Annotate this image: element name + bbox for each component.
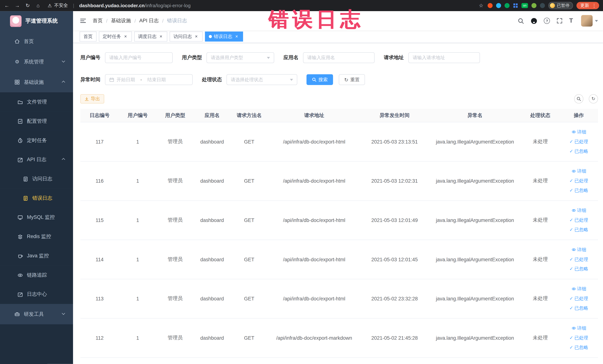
- back-icon[interactable]: ←: [4, 3, 10, 9]
- app-name-field[interactable]: [303, 52, 375, 63]
- extension-on-badge[interactable]: on: [522, 3, 528, 8]
- user-menu[interactable]: [581, 15, 598, 26]
- sidebar-item-log-center[interactable]: 日志中心: [0, 285, 73, 304]
- extension-icon[interactable]: [505, 3, 510, 8]
- tab-error-log[interactable]: 错误日志 ×: [205, 32, 243, 42]
- ignored-link[interactable]: ✓已忽略: [560, 186, 598, 195]
- tab-scheduled-tasks[interactable]: 定时任务 ×: [99, 32, 132, 42]
- tab-home[interactable]: 首页: [80, 32, 96, 42]
- site-security[interactable]: ⚠ 不安全: [48, 2, 68, 9]
- help-icon[interactable]: ?: [544, 18, 550, 24]
- date-range-picker[interactable]: 开始日期 - 结束日期: [105, 74, 193, 85]
- sidebar-item-dev-tools[interactable]: 研发工具: [0, 304, 73, 324]
- fullscreen-icon[interactable]: [557, 18, 563, 24]
- breadcrumb-item[interactable]: API 日志: [139, 17, 159, 24]
- process-status-select[interactable]: [227, 74, 297, 85]
- tab-access-log[interactable]: 访问日志 ×: [170, 32, 203, 42]
- address-bar[interactable]: dashboard.yudao.iocoder.cn/infra/log/api…: [79, 3, 191, 8]
- sidebar-item-file-management[interactable]: 文件管理: [0, 92, 73, 112]
- extension-icon[interactable]: [532, 3, 536, 8]
- search-button[interactable]: 搜索: [306, 74, 333, 85]
- app-name-input[interactable]: [307, 55, 370, 60]
- sidebar-item-redis-monitor[interactable]: Redis 监控: [0, 227, 73, 246]
- request-url-field[interactable]: [408, 52, 480, 63]
- update-button[interactable]: 更新 ⋮: [577, 2, 599, 9]
- export-button[interactable]: 导出: [81, 94, 104, 104]
- ignored-link[interactable]: ✓已忽略: [560, 303, 598, 313]
- ignored-label: 已忽略: [574, 146, 588, 156]
- user-id-field[interactable]: [105, 52, 173, 63]
- sidebar-item-scheduled-tasks[interactable]: 定时任务: [0, 131, 73, 150]
- processed-link[interactable]: ✓已处理: [560, 176, 598, 186]
- date-start-placeholder[interactable]: 开始日期: [116, 76, 135, 83]
- detail-link[interactable]: 详细: [560, 245, 598, 254]
- toggle-search-button[interactable]: [574, 94, 583, 104]
- extension-icon[interactable]: [496, 3, 501, 8]
- refresh-table-button[interactable]: ↻: [589, 94, 598, 104]
- breadcrumb-item[interactable]: 基础设施: [111, 17, 131, 24]
- bookmark-star-icon[interactable]: ☆: [478, 3, 484, 9]
- detail-link[interactable]: 详细: [560, 206, 598, 215]
- browser-menu-icon[interactable]: ⋮: [592, 3, 596, 8]
- text-size-icon[interactable]: T: [569, 18, 573, 24]
- cell-request-url: /api/infra/db-doc/export-html: [268, 240, 360, 279]
- cell-status: 未处理: [521, 318, 559, 357]
- cell-user-id: 1: [119, 279, 156, 318]
- close-tab-icon[interactable]: ×: [159, 34, 163, 39]
- security-label: 不安全: [54, 2, 68, 9]
- ignored-link[interactable]: ✓已忽略: [560, 225, 598, 235]
- sidebar-item-infrastructure[interactable]: 基础设施: [0, 72, 73, 92]
- hamburger-icon[interactable]: [80, 17, 86, 24]
- close-tab-icon[interactable]: ×: [194, 34, 199, 39]
- date-end-placeholder[interactable]: 结束日期: [147, 76, 166, 83]
- ignored-link[interactable]: ✓已忽略: [560, 146, 598, 156]
- detail-link[interactable]: 详细: [560, 284, 598, 294]
- sidebar-item-link-tracing[interactable]: 链路追踪: [0, 265, 73, 285]
- edit-square-icon: [17, 292, 23, 297]
- user-id-input[interactable]: [109, 55, 168, 60]
- close-tab-icon[interactable]: ×: [234, 34, 239, 39]
- close-tab-icon[interactable]: ×: [123, 34, 128, 39]
- github-icon[interactable]: [531, 17, 537, 24]
- forward-icon[interactable]: →: [14, 3, 20, 9]
- ignored-link[interactable]: ✓已忽略: [560, 264, 598, 274]
- ignored-link[interactable]: ✓已忽略: [560, 342, 598, 352]
- user-type-select[interactable]: [207, 52, 274, 63]
- logo[interactable]: 芋道管理系统: [0, 11, 73, 31]
- sidebar-item-mysql-monitor[interactable]: MySQL 监控: [0, 208, 73, 227]
- extension-grid-icon[interactable]: [513, 3, 518, 8]
- eye-icon: [571, 247, 576, 252]
- tab-schedule-log[interactable]: 调度日志 ×: [134, 32, 167, 42]
- sidebar-item-config-management[interactable]: 配置管理: [0, 112, 73, 131]
- column-header: 用户编号: [119, 109, 156, 122]
- extension-icon[interactable]: [488, 3, 493, 8]
- processed-link[interactable]: ✓已处理: [560, 254, 598, 264]
- reload-icon[interactable]: ↻: [25, 3, 31, 9]
- sidebar-item-java-monitor[interactable]: Java 监控: [0, 246, 73, 266]
- sidebar-item-api-logs[interactable]: API 日志: [0, 150, 73, 169]
- browser-home-icon[interactable]: ⌂: [35, 3, 41, 9]
- sidebar-item-system-management[interactable]: ⚙ 系统管理: [0, 52, 73, 72]
- detail-link[interactable]: 详细: [560, 166, 598, 176]
- detail-link[interactable]: 详细: [560, 323, 598, 333]
- processed-link[interactable]: ✓已处理: [560, 294, 598, 303]
- process-status-input[interactable]: [231, 77, 288, 82]
- paused-badge[interactable]: 已暂停: [548, 2, 573, 9]
- sidebar-item-access-log[interactable]: 访问日志: [0, 169, 73, 188]
- processed-link[interactable]: ✓已处理: [560, 215, 598, 225]
- search-icon[interactable]: [518, 17, 524, 24]
- check-icon: ✓: [569, 294, 573, 303]
- extension-pin-icon[interactable]: [540, 3, 545, 8]
- reset-button[interactable]: ↻ 重置: [339, 74, 365, 85]
- breadcrumb-item[interactable]: 首页: [93, 17, 103, 24]
- sidebar-item-error-log[interactable]: 错误日志: [0, 188, 73, 208]
- sidebar-item-home[interactable]: 首页: [0, 31, 73, 52]
- user-type-input[interactable]: [211, 55, 265, 60]
- detail-link[interactable]: 详细: [560, 127, 598, 137]
- request-url-input[interactable]: [413, 55, 476, 60]
- processed-link[interactable]: ✓已处理: [560, 333, 598, 343]
- check-icon: ✓: [569, 303, 573, 313]
- processed-link[interactable]: ✓已处理: [560, 137, 598, 146]
- eye-icon: [571, 169, 576, 174]
- cell-log-id: 117: [81, 122, 119, 161]
